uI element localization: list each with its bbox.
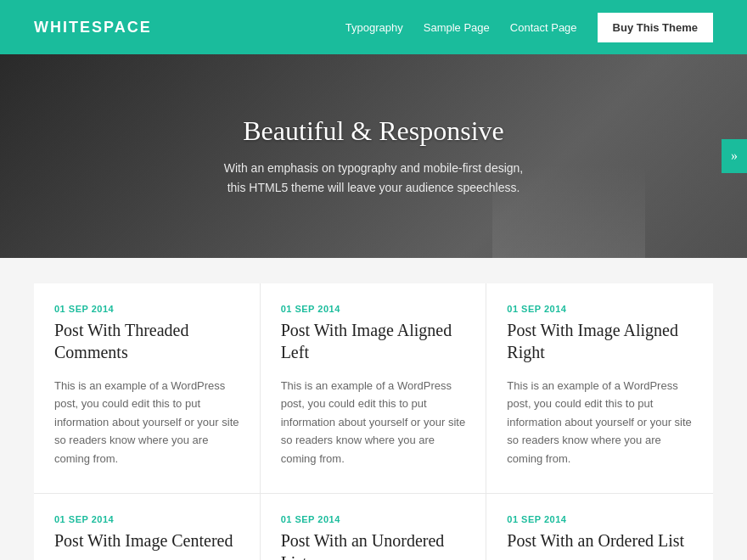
posts-grid: 01 SEP 2014 Post With Threaded Comments …	[34, 283, 713, 494]
post-date: 01 SEP 2014	[54, 304, 239, 314]
post-excerpt: This is an example of a WordPress post, …	[507, 377, 693, 468]
hero-subheading: With an emphasis on typography and mobil…	[224, 159, 524, 197]
nav-typography[interactable]: Typography	[345, 21, 403, 34]
post-card-bottom: 01 SEP 2014 Post With Image Centered	[34, 494, 261, 560]
buy-theme-button[interactable]: Buy This Theme	[598, 13, 713, 42]
posts-grid-bottom: 01 SEP 2014 Post With Image Centered 01 …	[34, 494, 713, 560]
post-excerpt: This is an example of a WordPress post, …	[54, 377, 239, 468]
site-header: WHITESPACE Typography Sample Page Contac…	[0, 0, 747, 54]
post-excerpt: This is an example of a WordPress post, …	[281, 377, 466, 468]
post-date: 01 SEP 2014	[54, 514, 239, 524]
main-content: 01 SEP 2014 Post With Threaded Comments …	[0, 258, 747, 560]
hero-heading: Beautiful & Responsive	[243, 115, 504, 147]
post-title[interactable]: Post With an Ordered List	[507, 529, 693, 552]
post-title[interactable]: Post With Threaded Comments	[54, 319, 239, 363]
post-card: 01 SEP 2014 Post With Image Aligned Left…	[261, 283, 487, 494]
post-card-bottom: 01 SEP 2014 Post With an Ordered List	[486, 494, 713, 560]
post-title[interactable]: Post With Image Aligned Right	[507, 319, 693, 363]
post-date: 01 SEP 2014	[281, 304, 466, 314]
next-arrow-button[interactable]: »	[722, 139, 747, 173]
post-title[interactable]: Post With Image Aligned Left	[281, 319, 466, 363]
post-card: 01 SEP 2014 Post With Threaded Comments …	[34, 283, 261, 494]
post-date: 01 SEP 2014	[507, 514, 693, 524]
site-title: WHITESPACE	[34, 19, 152, 36]
post-date: 01 SEP 2014	[507, 304, 693, 314]
post-card-bottom: 01 SEP 2014 Post With an Unordered List	[261, 494, 487, 560]
post-title[interactable]: Post With an Unordered List	[281, 529, 466, 560]
post-title[interactable]: Post With Image Centered	[54, 529, 239, 552]
post-date: 01 SEP 2014	[281, 514, 466, 524]
hero-section: Beautiful & Responsive With an emphasis …	[0, 54, 747, 258]
main-nav: Typography Sample Page Contact Page Buy …	[345, 13, 713, 42]
nav-sample-page[interactable]: Sample Page	[424, 21, 490, 34]
nav-contact-page[interactable]: Contact Page	[510, 21, 577, 34]
post-card: 01 SEP 2014 Post With Image Aligned Righ…	[486, 283, 713, 494]
page-wrapper: WHITESPACE Typography Sample Page Contac…	[0, 0, 747, 560]
